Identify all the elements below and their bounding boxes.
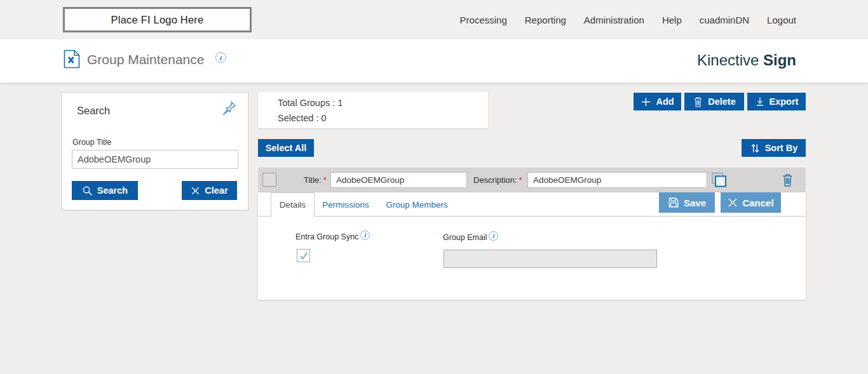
cancel-button-label: Cancel (742, 197, 773, 208)
selected-value: 0 (322, 113, 327, 123)
copy-icon[interactable] (710, 171, 729, 190)
group-email-input (444, 250, 657, 268)
tab-group-members[interactable]: Group Members (384, 192, 450, 217)
sort-arrows-icon (750, 143, 761, 154)
sort-by-button[interactable]: Sort By (742, 139, 806, 157)
download-icon (755, 97, 765, 107)
required-marker: * (323, 175, 327, 185)
export-button[interactable]: Export (747, 93, 806, 110)
page-info-icon[interactable]: i (215, 52, 226, 63)
detail-panel: Details Permissions Group Members Save C… (258, 192, 806, 300)
group-title-input[interactable] (72, 150, 238, 169)
save-icon (668, 197, 679, 208)
row-delete-icon[interactable] (781, 172, 794, 188)
selected-count: Selected : 0 (278, 113, 327, 123)
x-icon (728, 197, 738, 208)
nav-administration[interactable]: Administration (584, 15, 644, 25)
search-icon (82, 185, 93, 196)
cancel-button[interactable]: Cancel (721, 192, 781, 213)
page-title: Group Maintenance (87, 52, 204, 67)
brand-bold: Sign (763, 51, 796, 69)
total-groups-count: Total Groups : 1 (278, 98, 342, 108)
export-button-label: Export (770, 97, 799, 107)
top-nav: Processing Reporting Administration Help… (460, 0, 796, 39)
group-row: Title:* Description:* (258, 168, 806, 192)
clear-button[interactable]: Clear (182, 181, 237, 200)
add-button-label: Add (656, 97, 674, 107)
tab-permissions[interactable]: Permissions (318, 192, 373, 217)
checkmark-icon (298, 250, 309, 262)
group-title-label: Group Title (72, 138, 111, 147)
fi-logo-placeholder: Place FI Logo Here (63, 7, 252, 32)
brand-regular: Kinective (697, 51, 759, 69)
pin-icon[interactable] (220, 100, 237, 116)
trash-icon (693, 96, 703, 108)
nav-reporting[interactable]: Reporting (525, 15, 566, 25)
title-input[interactable] (330, 172, 467, 188)
nav-user-cuadmindn[interactable]: cuadminDN (700, 15, 749, 25)
sort-by-label: Sort By (765, 143, 798, 153)
clear-button-label: Clear (205, 185, 227, 196)
required-marker: * (519, 175, 522, 185)
delete-button-label: Delete (708, 97, 736, 107)
search-panel: Search Group Title Search Clear (62, 92, 248, 210)
entra-info-icon[interactable]: i (360, 230, 370, 240)
entra-group-sync-checkbox[interactable] (297, 249, 310, 262)
save-button[interactable]: Save (659, 192, 715, 213)
total-groups-value: 1 (337, 98, 342, 108)
email-info-icon[interactable]: i (489, 231, 498, 241)
brand-logo: Kinective Sign (697, 51, 796, 69)
description-input[interactable] (527, 172, 707, 188)
x-icon (191, 186, 200, 196)
group-email-label: Group Email i (443, 233, 498, 242)
search-panel-title: Search (77, 105, 110, 117)
tab-details[interactable]: Details (271, 192, 315, 217)
add-button[interactable]: Add (634, 93, 681, 110)
plus-icon (641, 97, 651, 107)
title-label: Title:* (304, 175, 327, 185)
search-button-label: Search (97, 185, 128, 196)
save-button-label: Save (684, 197, 706, 208)
fi-logo-text: Place FI Logo Here (111, 14, 204, 26)
page-header: Group Maintenance i Kinective Sign (0, 39, 868, 83)
row-select-checkbox[interactable] (262, 173, 276, 187)
topbar: Place FI Logo Here Processing Reporting … (0, 0, 868, 39)
select-all-label: Select All (266, 143, 307, 153)
search-button[interactable]: Search (72, 181, 138, 200)
nav-help[interactable]: Help (662, 15, 682, 25)
nav-processing[interactable]: Processing (460, 15, 507, 25)
app-screen: Place FI Logo Here Processing Reporting … (0, 0, 868, 374)
nav-logout[interactable]: Logout (767, 15, 796, 25)
summary-box: Total Groups : 1 Selected : 0 (258, 92, 488, 128)
group-maintenance-icon (64, 50, 80, 69)
delete-button[interactable]: Delete (684, 93, 744, 110)
description-label: Description:* (473, 175, 522, 185)
select-all-button[interactable]: Select All (258, 139, 314, 157)
entra-group-sync-label: Entra Group Sync i (295, 232, 370, 241)
